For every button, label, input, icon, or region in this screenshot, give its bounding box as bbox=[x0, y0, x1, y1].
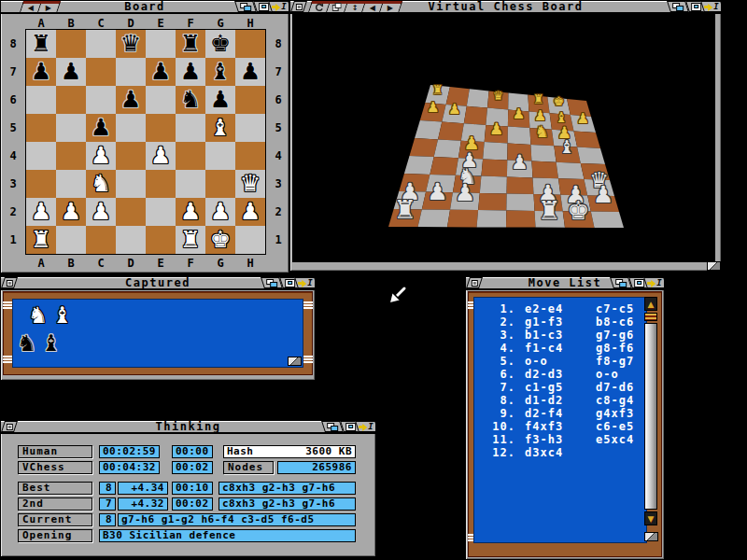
board-square[interactable] bbox=[205, 142, 235, 170]
board-square[interactable] bbox=[235, 142, 265, 170]
board-square[interactable] bbox=[56, 114, 86, 142]
chess-piece[interactable]: ♜ bbox=[176, 226, 205, 254]
chess-piece[interactable]: ♛ bbox=[235, 170, 265, 198]
chess-piece[interactable]: ♜ bbox=[26, 226, 56, 254]
board-square[interactable] bbox=[56, 30, 86, 58]
chess-piece[interactable]: ♟ bbox=[56, 198, 86, 226]
board3d-square[interactable] bbox=[530, 145, 556, 162]
board3d-square[interactable] bbox=[410, 138, 439, 157]
grip-icon[interactable] bbox=[3, 301, 12, 309]
iconify-gadget[interactable]: I bbox=[700, 1, 721, 12]
vcb-titlebar[interactable]: ↕ ◀ ▶ Virtual Chess Board I bbox=[290, 1, 721, 14]
board3d-square[interactable] bbox=[434, 139, 461, 158]
chess-piece[interactable]: ♟ bbox=[86, 142, 116, 170]
chess-piece[interactable]: ♟ bbox=[205, 86, 235, 114]
grip-icon[interactable] bbox=[303, 301, 313, 309]
iconify-gadget[interactable]: I bbox=[355, 421, 375, 432]
chess-piece[interactable]: ♞ bbox=[86, 170, 116, 198]
chess-piece[interactable]: ♟ bbox=[26, 58, 56, 86]
chess-piece-3d[interactable]: ♟ bbox=[513, 105, 526, 122]
resize-gadget[interactable] bbox=[288, 357, 302, 366]
chess-piece-3d[interactable]: ♟ bbox=[427, 99, 440, 116]
board-square[interactable] bbox=[56, 226, 86, 254]
chess-piece-3d[interactable]: ♟ bbox=[511, 150, 529, 174]
board-square[interactable] bbox=[56, 142, 86, 170]
board-square[interactable] bbox=[86, 30, 116, 58]
board-square[interactable] bbox=[235, 30, 265, 58]
board3d-square[interactable] bbox=[404, 156, 434, 175]
board3d-square[interactable] bbox=[478, 193, 507, 211]
board-square[interactable] bbox=[176, 114, 205, 142]
board-square[interactable] bbox=[26, 114, 56, 142]
chess-piece-3d[interactable]: ♟ bbox=[489, 119, 503, 138]
board-square[interactable] bbox=[56, 170, 86, 198]
chess-piece-3d[interactable]: ♟ bbox=[427, 179, 448, 206]
chess-piece-3d[interactable]: ♟ bbox=[448, 101, 461, 118]
board-square[interactable] bbox=[116, 58, 146, 86]
iconify-gadget[interactable]: I bbox=[268, 1, 289, 12]
board-square[interactable] bbox=[146, 114, 176, 142]
board-square[interactable] bbox=[86, 226, 116, 254]
chess-piece[interactable]: ♚ bbox=[205, 226, 235, 254]
board-square[interactable] bbox=[205, 170, 235, 198]
board3d-square[interactable] bbox=[480, 176, 507, 194]
chess-piece[interactable]: ♟ bbox=[176, 198, 205, 226]
board-square[interactable] bbox=[146, 226, 176, 254]
board-square[interactable] bbox=[146, 86, 176, 114]
chess-piece[interactable]: ♟ bbox=[26, 198, 56, 226]
board-square[interactable] bbox=[26, 142, 56, 170]
chess-piece[interactable]: ♛ bbox=[116, 30, 146, 58]
board-square[interactable] bbox=[146, 30, 176, 58]
board-titlebar[interactable]: ◀ ▶ Board I bbox=[1, 1, 289, 14]
chess-piece[interactable]: ♟ bbox=[176, 58, 205, 86]
board-square[interactable] bbox=[176, 142, 205, 170]
board-square[interactable] bbox=[56, 86, 86, 114]
board3d-square[interactable] bbox=[506, 194, 534, 211]
chess-piece-3d[interactable]: ♜ bbox=[538, 195, 560, 224]
chess-piece[interactable]: ♚ bbox=[205, 30, 235, 58]
chess-piece[interactable]: ♟ bbox=[146, 142, 176, 170]
scrollbar-track[interactable] bbox=[644, 323, 657, 510]
scroll-up-button[interactable]: ▲ bbox=[644, 297, 657, 311]
chess-piece-3d[interactable]: ♜ bbox=[394, 194, 416, 223]
board3d-square[interactable] bbox=[577, 147, 605, 164]
chess-piece-3d[interactable]: ♞ bbox=[534, 122, 548, 141]
chess-piece[interactable]: ♟ bbox=[235, 58, 265, 86]
chess-piece[interactable]: ♟ bbox=[205, 198, 235, 226]
board-square[interactable] bbox=[26, 170, 56, 198]
grip-icon[interactable] bbox=[3, 356, 12, 363]
scroll-down-button[interactable]: ▼ bbox=[644, 511, 657, 525]
chess-piece[interactable]: ♟ bbox=[86, 198, 116, 226]
chess-piece-3d[interactable]: ♟ bbox=[455, 179, 476, 206]
chess-piece[interactable]: ♟ bbox=[86, 114, 116, 142]
board3d-square[interactable] bbox=[591, 212, 624, 228]
chess-piece[interactable]: ♟ bbox=[235, 198, 265, 226]
iconify-gadget[interactable]: I bbox=[643, 277, 664, 288]
chess-piece[interactable]: ♜ bbox=[26, 30, 56, 58]
board3d-square[interactable] bbox=[531, 161, 558, 179]
board3d-square[interactable] bbox=[507, 177, 534, 195]
board-square[interactable] bbox=[116, 114, 146, 142]
chess-piece[interactable]: ♞ bbox=[176, 86, 205, 114]
board-square[interactable] bbox=[235, 114, 265, 142]
chess-piece[interactable]: ♜ bbox=[176, 30, 205, 58]
movelist-titlebar[interactable]: Move List I bbox=[466, 277, 664, 290]
board3d-square[interactable] bbox=[447, 210, 478, 228]
board-square[interactable] bbox=[146, 198, 176, 226]
chess-piece-3d[interactable]: ♝ bbox=[559, 137, 575, 159]
chess-piece-3d[interactable]: ♚ bbox=[553, 95, 564, 109]
grip-icon[interactable] bbox=[303, 356, 313, 363]
board-square[interactable] bbox=[235, 226, 265, 254]
board3d-square[interactable] bbox=[430, 157, 458, 175]
board-square[interactable] bbox=[235, 86, 265, 114]
iconify-gadget[interactable]: I bbox=[294, 277, 315, 288]
board-square[interactable] bbox=[146, 170, 176, 198]
board3d-square[interactable] bbox=[557, 162, 585, 179]
board-square[interactable] bbox=[176, 170, 205, 198]
thinking-titlebar[interactable]: Thinking I bbox=[1, 421, 375, 434]
board3d-square[interactable] bbox=[418, 209, 451, 227]
scrollbar-knob[interactable] bbox=[644, 313, 657, 321]
board3d-square[interactable] bbox=[467, 89, 489, 107]
chess-piece[interactable]: ♝ bbox=[205, 58, 235, 86]
chess-piece-3d[interactable]: ♟ bbox=[593, 181, 614, 208]
